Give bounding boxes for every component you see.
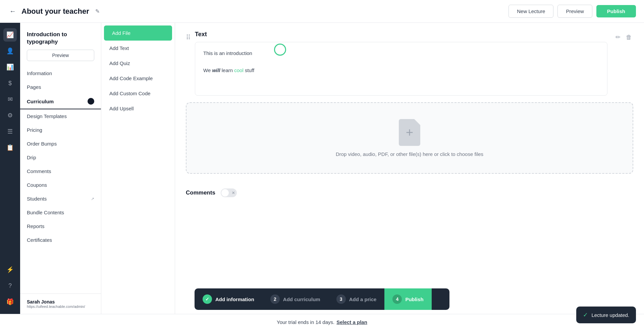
progress-step-1-label: Add information	[215, 296, 254, 302]
sidebar-item-pricing[interactable]: Pricing	[20, 123, 101, 137]
user-name: Sarah Jonas	[27, 299, 94, 305]
dropdown-add-code-example[interactable]: Add Code Example	[101, 71, 175, 86]
file-drop-text: Drop video, audio, PDF, or other file(s)…	[195, 151, 625, 157]
progress-step-3-label: Add a price	[349, 296, 377, 302]
topbar-actions: New Lecture Preview Publish	[508, 5, 636, 18]
select-plan-link[interactable]: Select a plan	[336, 319, 367, 325]
text-line-2: We will learn cool stuff	[203, 66, 599, 75]
file-drop-zone[interactable]: Drop video, audio, PDF, or other file(s)…	[186, 102, 633, 174]
sidebar-item-bundle-contents[interactable]: Bundle Contents	[20, 206, 101, 219]
progress-step-4-label: Publish	[405, 296, 423, 302]
progress-bar: ✓ Add information 2 Add curriculum 3 Add…	[195, 288, 449, 310]
edit-text-button[interactable]: ✏	[614, 32, 622, 42]
sidebar-item-comments[interactable]: Comments	[20, 164, 101, 178]
toast-notification: ✓ Lecture updated.	[576, 307, 636, 323]
sidebar-icon-reports[interactable]: 📋	[3, 141, 17, 154]
sidebar-icon-mail[interactable]: ✉	[3, 93, 17, 106]
comments-label: Comments	[186, 189, 215, 196]
progress-step-publish[interactable]: 4 Publish	[384, 288, 431, 310]
preview-button[interactable]: Preview	[557, 5, 592, 18]
sidebar-item-pages[interactable]: Pages	[20, 80, 101, 94]
progress-step-3-num: 3	[336, 294, 346, 304]
content-area: ⠿ Text This is an introduction We will l…	[175, 23, 644, 314]
sidebar-icon-analytics[interactable]: 📈	[3, 28, 17, 42]
dropdown-add-file[interactable]: Add File	[104, 25, 172, 41]
progress-step-1-num: ✓	[203, 294, 212, 304]
sidebar-icon-gift[interactable]: 🎁	[3, 295, 17, 309]
progress-step-2-label: Add curriculum	[283, 296, 320, 302]
new-lecture-button[interactable]: New Lecture	[508, 5, 553, 18]
trial-bar: Your trial ends in 14 days. Select a pla…	[0, 314, 644, 330]
text-block: Text This is an introduction We will lea…	[195, 31, 607, 96]
sidebar-item-curriculum[interactable]: Curriculum	[20, 94, 101, 109]
trial-text: Your trial ends in 14 days.	[277, 319, 334, 325]
toast-text: Lecture updated.	[591, 312, 629, 318]
user-url: https://uifeed.teachable.com/admin/	[27, 305, 94, 309]
progress-step-2-num: 2	[270, 294, 280, 304]
nav-sidebar: Introduction to typography Preview Infor…	[20, 23, 101, 314]
course-title: Introduction to typography	[20, 23, 101, 50]
topbar: ← About your teacher ✎ New Lecture Previ…	[0, 0, 644, 23]
main-layout: 📈 👤 📊 $ ✉ ⚙ ☰ 📋 ⚡ ? 🎁 Introduction to ty…	[0, 23, 644, 314]
sidebar-icon-users[interactable]: 👤	[3, 44, 17, 58]
topbar-left: ← About your teacher ✎	[8, 6, 100, 16]
edit-title-button[interactable]: ✎	[95, 8, 100, 14]
sidebar-item-design-templates[interactable]: Design Templates	[20, 109, 101, 123]
sidebar-item-reports[interactable]: Reports	[20, 219, 101, 233]
dropdown-add-text[interactable]: Add Text	[101, 41, 175, 56]
external-link-icon: ↗	[91, 197, 94, 201]
publish-button[interactable]: Publish	[596, 5, 636, 17]
drag-handle-icon[interactable]: ⠿	[186, 31, 191, 42]
dropdown-add-custom-code[interactable]: Add Custom Code	[101, 86, 175, 101]
dropdown-panel: Add File Add Text Add Quiz Add Code Exam…	[101, 23, 175, 314]
progress-step-4-num: 4	[392, 294, 402, 304]
progress-step-price[interactable]: 3 Add a price	[328, 288, 385, 310]
sidebar-item-coupons[interactable]: Coupons	[20, 178, 101, 192]
sidebar-icon-dollar[interactable]: $	[3, 76, 17, 90]
nav-preview-button[interactable]: Preview	[27, 50, 94, 61]
delete-text-button[interactable]: 🗑	[625, 32, 633, 42]
comments-toggle[interactable]: ✕	[221, 188, 237, 197]
text-block-label: Text	[195, 31, 607, 38]
sidebar-icon-lightning[interactable]: ⚡	[3, 263, 17, 276]
comments-row: Comments ✕	[186, 182, 633, 204]
sidebar-item-drip[interactable]: Drip	[20, 151, 101, 164]
file-drop-icon	[399, 119, 420, 146]
sidebar-icon-help[interactable]: ?	[3, 279, 17, 292]
user-info: Sarah Jonas https://uifeed.teachable.com…	[20, 293, 101, 314]
sidebar-icon-settings[interactable]: ⚙	[3, 109, 17, 122]
text-block-row: ⠿ Text This is an introduction We will l…	[186, 31, 633, 96]
text-block-body[interactable]: This is an introduction We will learn co…	[195, 42, 607, 96]
toggle-knob	[221, 189, 229, 197]
sidebar-item-students[interactable]: Students ↗	[20, 192, 101, 206]
icon-sidebar: 📈 👤 📊 $ ✉ ⚙ ☰ 📋 ⚡ ? 🎁	[0, 23, 20, 314]
sidebar-item-certificates[interactable]: Certificates	[20, 233, 101, 247]
sidebar-item-information[interactable]: Information	[20, 66, 101, 80]
progress-step-information[interactable]: ✓ Add information	[195, 288, 262, 310]
toggle-x-icon: ✕	[232, 191, 235, 195]
sidebar-icon-chart[interactable]: 📊	[3, 60, 17, 74]
dropdown-add-upsell[interactable]: Add Upsell	[101, 101, 175, 116]
sidebar-item-order-bumps[interactable]: Order Bumps	[20, 137, 101, 151]
text-line-1: This is an introduction	[203, 49, 599, 58]
curriculum-badge	[88, 98, 94, 105]
dropdown-add-quiz[interactable]: Add Quiz	[101, 56, 175, 71]
progress-step-curriculum[interactable]: 2 Add curriculum	[262, 288, 328, 310]
toast-check-icon: ✓	[583, 311, 588, 319]
text-block-actions: ✏ 🗑	[614, 31, 633, 42]
back-button[interactable]: ←	[8, 6, 17, 16]
sidebar-icon-curriculum[interactable]: ☰	[3, 125, 17, 138]
page-title: About your teacher	[21, 7, 89, 16]
